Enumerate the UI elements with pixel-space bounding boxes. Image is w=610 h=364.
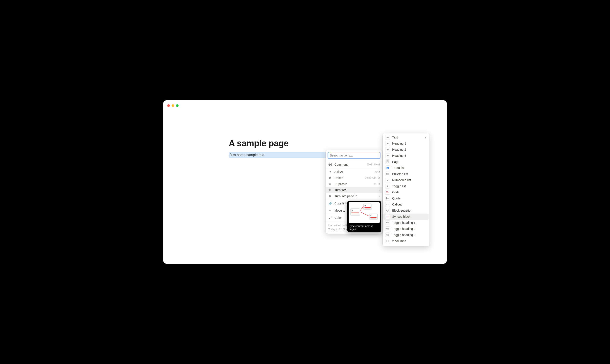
turn-into-option-bulleted-list[interactable]: Bulleted list <box>384 171 429 177</box>
preview-card-c: C <box>370 214 376 217</box>
chevron-right-icon: › <box>379 189 380 192</box>
H1-icon: H1 <box>385 141 390 146</box>
turn-into-option-label: Heading 3 <box>392 154 427 157</box>
menu-item-label: Turn into page in <box>334 195 379 198</box>
link-icon: 🔗 <box>328 202 332 205</box>
preview-card-a: A <box>351 209 359 211</box>
turn-into-option-label: Toggle heading 3 <box>392 233 427 237</box>
turn-into-option-label: Page <box>392 160 427 164</box>
menu-item-label: Delete <box>334 176 364 180</box>
bullet-icon <box>385 171 390 176</box>
menu-item-comment[interactable]: 💬 Comment ⌘+Shift+M <box>326 162 382 168</box>
turn-into-submenu: AaText✓H1Heading 1H2Heading 2H3Heading 3… <box>383 133 430 246</box>
close-window-button[interactable] <box>167 104 170 107</box>
page-icon <box>385 159 390 164</box>
menu-item-label: Ask AI <box>334 170 374 173</box>
window-controls <box>167 104 179 107</box>
menu-item-label: Turn into <box>334 188 379 192</box>
turn-into-option-label: Text <box>392 136 425 139</box>
turn-into-option-numbered-list[interactable]: Numbered list <box>384 177 429 183</box>
todo-icon <box>385 166 390 170</box>
menu-item-label: Duplicate <box>334 182 374 186</box>
zoom-window-button[interactable] <box>176 104 179 107</box>
turn-into-option-toggle-list[interactable]: Toggle list <box>384 183 429 189</box>
turn-into-option-toggle-heading-3[interactable]: H3Toggle heading 3 <box>384 232 429 238</box>
menu-item-label: Comment <box>334 163 367 166</box>
turn-into-option-label: Toggle list <box>392 184 427 188</box>
tooltip-text: Sync content across pages. <box>349 225 380 231</box>
num-icon <box>385 178 390 182</box>
Aa-icon: Aa <box>385 135 390 140</box>
turn-into-option-synced-block[interactable]: Synced block <box>384 214 429 220</box>
preview-card-b: B <box>364 204 371 207</box>
turn-into-option-label: Callout <box>392 203 427 206</box>
trash-icon: 🗑 <box>328 176 332 180</box>
turn-into-option-label: 2 columns <box>392 239 427 243</box>
page-icon: 🗎 <box>328 195 332 198</box>
turn-into-option-label: Synced block <box>392 215 427 218</box>
menu-item-shortcut: ⌘+Shift+M <box>367 163 380 166</box>
turn-into-option-quote[interactable]: Quote <box>384 195 429 201</box>
chevron-right-icon: › <box>379 195 380 198</box>
turn-into-icon: ⟳ <box>328 188 332 192</box>
synced-block-tooltip: A B C Sync content across pages. <box>347 201 381 232</box>
menu-item-duplicate[interactable]: ⧉ Duplicate ⌘+D <box>326 181 382 187</box>
turn-into-option-label: Code <box>392 191 427 194</box>
turn-into-option-label: Block equation <box>392 209 427 212</box>
turn-into-option-code[interactable]: Code <box>384 189 429 195</box>
color-icon: 🖌 <box>328 216 332 220</box>
code-icon <box>385 190 390 195</box>
comment-icon: 💬 <box>328 163 332 166</box>
turn-into-option-to-do-list[interactable]: To-do list <box>384 165 429 171</box>
cols-icon <box>385 239 390 243</box>
callout-icon <box>385 202 390 207</box>
menu-item-shortcut: ⌘+J <box>374 170 380 173</box>
quote-icon <box>385 196 390 201</box>
turn-into-option-callout[interactable]: Callout <box>384 201 429 208</box>
th3-icon: H3 <box>385 233 390 237</box>
tex-icon: TEX <box>385 208 390 213</box>
menu-item-ask-ai[interactable]: ✦ Ask AI ⌘+J <box>326 169 382 175</box>
tooltip-preview-image: A B C <box>349 202 380 223</box>
menu-item-turn-into-page[interactable]: 🗎 Turn into page in › <box>326 193 382 199</box>
turn-into-option-label: Toggle heading 1 <box>392 221 427 224</box>
th1-icon: H1 <box>385 220 390 225</box>
turn-into-option-text[interactable]: AaText✓ <box>384 134 429 140</box>
minimize-window-button[interactable] <box>172 104 174 107</box>
move-to-icon: ↪ <box>328 209 332 212</box>
menu-item-delete[interactable]: 🗑 Delete Del or Ctrl+D <box>326 175 382 181</box>
turn-into-option-label: To-do list <box>392 166 427 169</box>
duplicate-icon: ⧉ <box>328 182 332 186</box>
toggle-icon <box>385 184 390 189</box>
turn-into-option-label: Numbered list <box>392 178 427 182</box>
turn-into-option-label: Toggle heading 2 <box>392 227 427 231</box>
turn-into-option-heading-3[interactable]: H3Heading 3 <box>384 153 429 159</box>
turn-into-option-page[interactable]: Page <box>384 159 429 165</box>
turn-into-option-heading-1[interactable]: H1Heading 1 <box>384 140 429 146</box>
H2-icon: H2 <box>385 147 390 152</box>
menu-item-turn-into[interactable]: ⟳ Turn into › <box>326 187 382 193</box>
turn-into-option-block-equation[interactable]: TEXBlock equation <box>384 208 429 214</box>
H3-icon: H3 <box>385 153 390 158</box>
th2-icon: H2 <box>385 226 390 231</box>
menu-item-shortcut: ⌘+D <box>374 182 380 185</box>
page-title[interactable]: A sample page <box>229 138 381 148</box>
search-actions-input[interactable] <box>328 152 380 159</box>
turn-into-option-2-columns[interactable]: 2 columns <box>384 238 429 244</box>
turn-into-option-label: Bulleted list <box>392 172 427 176</box>
turn-into-option-label: Quote <box>392 196 427 200</box>
turn-into-option-heading-2[interactable]: H2Heading 2 <box>384 146 429 153</box>
turn-into-option-toggle-heading-1[interactable]: H1Toggle heading 1 <box>384 220 429 226</box>
sync-icon <box>385 214 390 219</box>
turn-into-option-toggle-heading-2[interactable]: H2Toggle heading 2 <box>384 226 429 232</box>
turn-into-option-label: Heading 2 <box>392 148 427 151</box>
app-window: A sample page Just some sample text 💬 Co… <box>163 100 447 264</box>
sparkle-icon: ✦ <box>328 170 332 173</box>
check-icon: ✓ <box>425 136 427 139</box>
turn-into-option-label: Heading 1 <box>392 142 427 145</box>
menu-item-shortcut: Del or Ctrl+D <box>364 176 380 179</box>
